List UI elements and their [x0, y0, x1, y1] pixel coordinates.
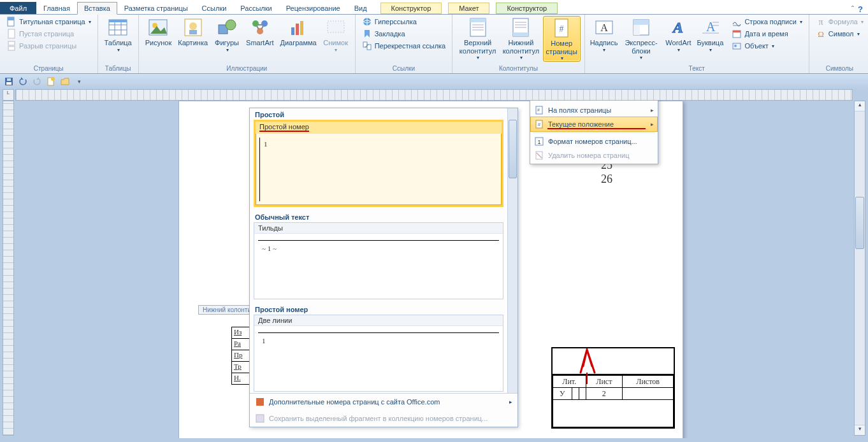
gallery-item-simple-number[interactable]: Простой номер 1 [254, 120, 503, 207]
svg-point-20 [257, 28, 263, 34]
svg-rect-10 [109, 20, 127, 22]
gallery-section-plaintext: Обычный текст [250, 211, 507, 222]
gallery-section-simple2: Простой номер [250, 303, 507, 315]
svg-rect-22 [296, 24, 299, 35]
tab-home[interactable]: Главная [36, 2, 77, 14]
page-number-button[interactable]: #Номер страницы▾ [543, 16, 581, 62]
blank-page-button[interactable]: Пустая страница [4, 28, 94, 39]
clipart-icon [183, 17, 203, 38]
menu-format-numbers[interactable]: 1Формат номеров страниц... [530, 134, 658, 148]
vertical-scrollbar[interactable]: ▴ ▾ [854, 101, 865, 436]
tab-context-design2[interactable]: Конструктор [496, 3, 558, 14]
office-icon [255, 397, 265, 407]
signature-line-button[interactable]: Строка подписи▾ [729, 16, 804, 27]
object-button[interactable]: Объект▾ [729, 40, 804, 52]
screenshot-button[interactable]: Снимок▾ [321, 16, 351, 53]
gallery-item-tildes[interactable]: Тильды ~ 1 ~ [254, 222, 503, 299]
table-button[interactable]: Таблица▾ [102, 16, 134, 53]
menu-page-margins[interactable]: #На полях страницы▸ [530, 103, 658, 117]
screenshot-icon [326, 17, 346, 38]
ribbon-minimize-icon[interactable]: ˆ [851, 4, 854, 14]
dropcap-button[interactable]: AБуквица▾ [695, 16, 725, 53]
quickparts-button[interactable]: Экспресс-блоки▾ [621, 16, 662, 61]
page-break-button[interactable]: Разрыв страницы [4, 40, 94, 52]
date-icon [732, 29, 742, 39]
equation-button[interactable]: πФормула▾ [813, 16, 866, 27]
window-system-icons: ˆ ? [851, 4, 868, 14]
save-selection-button: Сохранить выделенный фрагмент в коллекци… [250, 410, 517, 427]
tab-references[interactable]: Ссылки [195, 2, 234, 14]
hyperlink-button[interactable]: Гиперссылка [359, 16, 449, 27]
svg-rect-4 [8, 46, 15, 50]
cover-page-icon [6, 17, 17, 27]
vertical-ruler[interactable] [3, 101, 14, 436]
ruler-corner[interactable]: L [3, 89, 14, 101]
quickparts-icon [631, 17, 651, 38]
signature-icon [732, 17, 742, 27]
save-icon[interactable] [4, 76, 14, 87]
tab-page-layout[interactable]: Разметка страницы [117, 2, 195, 14]
clipart-button[interactable]: Картинка [175, 16, 210, 47]
header-button[interactable]: Верхний колонтитул▾ [456, 16, 499, 61]
gallery-item-two-lines[interactable]: Две линии 1 [254, 315, 503, 392]
dropcap-icon: A [700, 17, 720, 38]
symbol-button[interactable]: ΩСимвол▾ [813, 28, 866, 39]
tab-context-layout[interactable]: Макет [448, 3, 489, 14]
svg-rect-2 [8, 29, 15, 38]
group-symbols: πФормула▾ ΩСимвол▾ Символы [809, 15, 868, 73]
equation-icon: π [816, 17, 826, 27]
svg-point-55 [734, 45, 737, 47]
page-break-icon [6, 41, 17, 51]
svg-point-17 [226, 20, 236, 30]
tab-context-design1[interactable]: Конструктор [380, 3, 442, 14]
document-page[interactable]: 2526 Нижний колонтит ИзРаПрТрН. Лит.Лист… [178, 101, 683, 438]
svg-text:#: # [560, 24, 564, 34]
menu-remove-numbers: Удалить номера страниц [530, 148, 658, 162]
open-icon[interactable] [60, 76, 70, 87]
undo-icon[interactable] [18, 76, 28, 87]
tab-view[interactable]: Вид [347, 2, 374, 14]
scroll-thumb[interactable] [855, 197, 864, 249]
more-from-office-button[interactable]: Дополнительные номера страниц с сайта Of… [250, 394, 517, 410]
group-illustrations: Рисунок Картинка Фигуры▾ SmartArt Диагра… [139, 15, 356, 73]
tab-file[interactable]: Файл [0, 2, 36, 14]
date-time-button[interactable]: Дата и время [729, 28, 804, 39]
tab-mailings[interactable]: Рассылки [233, 2, 278, 14]
shapes-button[interactable]: Фигуры▾ [212, 16, 242, 53]
redo-icon[interactable] [32, 76, 42, 87]
group-illus-title: Иллюстрации [143, 64, 351, 73]
chart-button[interactable]: Диаграмма [277, 16, 319, 47]
group-hf-title: Колонтитулы [456, 64, 580, 73]
svg-point-18 [252, 20, 259, 27]
margins-icon: # [534, 105, 544, 115]
menu-current-position[interactable]: #Текущее положение▸ [530, 117, 658, 132]
quick-access-toolbar: ▾ [0, 74, 868, 90]
bookmark-button[interactable]: Закладка [359, 28, 449, 39]
tab-review[interactable]: Рецензирование [279, 2, 347, 14]
svg-rect-15 [189, 30, 197, 34]
page-number-menu: Вверху страницы▸ Внизу страницы▸ #На пол… [530, 101, 658, 164]
svg-rect-60 [7, 78, 11, 81]
help-icon[interactable]: ? [858, 4, 863, 14]
tab-insert[interactable]: Вставка [77, 2, 117, 15]
scroll-down-icon[interactable]: ▾ [855, 425, 865, 435]
svg-text:1: 1 [537, 139, 540, 145]
cover-page-button[interactable]: Титульная страница▾ [4, 16, 94, 27]
gallery-scrollbar[interactable] [507, 108, 517, 393]
svg-rect-64 [256, 415, 264, 422]
symbol-icon: Ω [816, 29, 826, 39]
qat-more-icon[interactable]: ▾ [74, 76, 84, 87]
horizontal-ruler[interactable] [15, 89, 853, 101]
svg-rect-21 [291, 27, 294, 35]
wordart-button[interactable]: AWordArt▾ [663, 16, 693, 53]
scroll-up-icon[interactable]: ▴ [855, 101, 865, 111]
new-icon[interactable] [46, 76, 56, 87]
textbox-button[interactable]: AНадпись▾ [589, 16, 619, 53]
group-text: AНадпись▾ Экспресс-блоки▾ AWordArt▾ AБук… [585, 15, 809, 73]
picture-button[interactable]: Рисунок [143, 16, 175, 47]
svg-text:#: # [537, 108, 540, 112]
smartart-button[interactable]: SmartArt [243, 16, 276, 47]
footer-button[interactable]: Нижний колонтитул▾ [500, 16, 542, 61]
crossref-button[interactable]: Перекрестная ссылка [359, 40, 449, 52]
red-underline-annotation [547, 128, 646, 129]
